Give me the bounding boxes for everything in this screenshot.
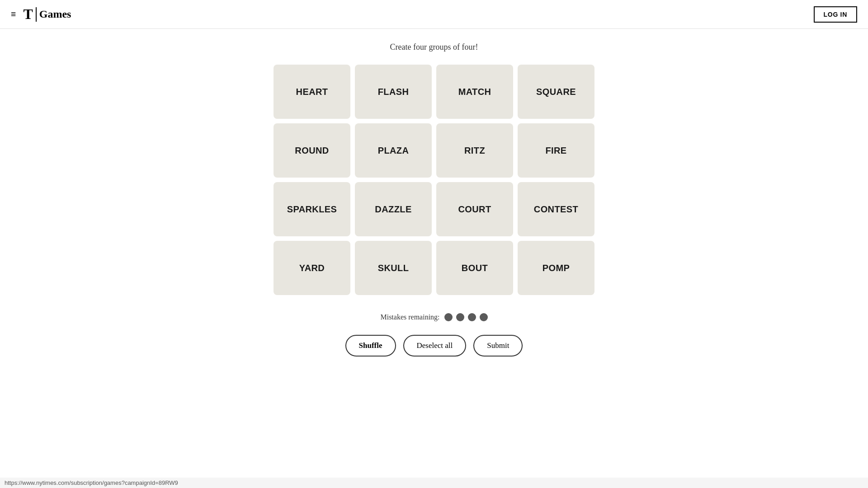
- logo-games: Games: [39, 8, 71, 20]
- mistake-dot-3: [468, 313, 476, 321]
- cell-word-square: SQUARE: [536, 87, 576, 97]
- cell-word-yard: YARD: [299, 263, 325, 273]
- mistakes-label: Mistakes remaining:: [380, 313, 439, 321]
- cell-word-fire: FIRE: [545, 145, 566, 156]
- mistakes-row: Mistakes remaining:: [380, 313, 487, 321]
- grid-cell-court[interactable]: COURT: [436, 182, 513, 236]
- header: ≡ T Games LOG IN: [0, 0, 868, 29]
- mistakes-dots: [444, 313, 488, 321]
- grid-cell-fire[interactable]: FIRE: [518, 123, 594, 178]
- grid-cell-round[interactable]: ROUND: [274, 123, 350, 178]
- grid-cell-ritz[interactable]: RITZ: [436, 123, 513, 178]
- shuffle-button[interactable]: Shuffle: [345, 335, 396, 357]
- grid-cell-pomp[interactable]: POMP: [518, 241, 594, 295]
- cell-word-plaza: PLAZA: [378, 145, 409, 156]
- grid-cell-skull[interactable]: SKULL: [355, 241, 432, 295]
- cell-word-heart: HEART: [296, 87, 328, 97]
- grid-cell-contest[interactable]: CONTEST: [518, 182, 594, 236]
- grid-cell-yard[interactable]: YARD: [274, 241, 350, 295]
- hamburger-menu-icon[interactable]: ≡: [11, 9, 16, 19]
- grid-cell-dazzle[interactable]: DAZZLE: [355, 182, 432, 236]
- main-content: Create four groups of four! HEARTFLASHMA…: [0, 29, 868, 357]
- logo[interactable]: T Games: [23, 6, 71, 23]
- cell-word-skull: SKULL: [378, 263, 409, 273]
- status-url: https://www.nytimes.com/subscription/gam…: [5, 479, 178, 486]
- grid-cell-match[interactable]: MATCH: [436, 65, 513, 119]
- grid-cell-plaza[interactable]: PLAZA: [355, 123, 432, 178]
- grid-cell-flash[interactable]: FLASH: [355, 65, 432, 119]
- grid-cell-sparkles[interactable]: SPARKLES: [274, 182, 350, 236]
- buttons-row: Shuffle Deselect all Submit: [345, 335, 523, 357]
- login-button[interactable]: LOG IN: [814, 6, 857, 23]
- cell-word-round: ROUND: [295, 145, 329, 156]
- cell-word-bout: BOUT: [462, 263, 488, 273]
- cell-word-flash: FLASH: [378, 87, 409, 97]
- submit-button[interactable]: Submit: [473, 335, 523, 357]
- mistake-dot-2: [456, 313, 464, 321]
- logo-nyt: T: [23, 6, 33, 23]
- word-grid: HEARTFLASHMATCHSQUAREROUNDPLAZARITZFIRES…: [274, 65, 594, 295]
- grid-cell-square[interactable]: SQUARE: [518, 65, 594, 119]
- subtitle: Create four groups of four!: [390, 42, 478, 52]
- cell-word-dazzle: DAZZLE: [375, 204, 411, 215]
- cell-word-sparkles: SPARKLES: [287, 204, 337, 215]
- cell-word-pomp: POMP: [542, 263, 570, 273]
- header-left: ≡ T Games: [11, 6, 71, 23]
- cell-word-court: COURT: [458, 204, 491, 215]
- mistake-dot-1: [444, 313, 453, 321]
- logo-divider: [36, 7, 37, 22]
- cell-word-ritz: RITZ: [464, 145, 485, 156]
- cell-word-match: MATCH: [458, 87, 491, 97]
- deselect-all-button[interactable]: Deselect all: [403, 335, 467, 357]
- cell-word-contest: CONTEST: [534, 204, 578, 215]
- mistake-dot-4: [480, 313, 488, 321]
- grid-cell-heart[interactable]: HEART: [274, 65, 350, 119]
- status-bar: https://www.nytimes.com/subscription/gam…: [0, 478, 868, 488]
- grid-cell-bout[interactable]: BOUT: [436, 241, 513, 295]
